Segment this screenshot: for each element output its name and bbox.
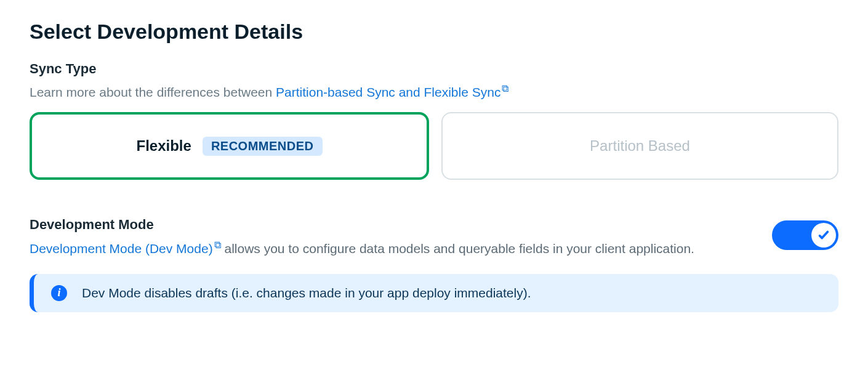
development-mode-label: Development Mode: [30, 217, 747, 233]
sync-option-flexible-label: Flexible: [137, 137, 191, 155]
info-icon: i: [51, 285, 67, 301]
dev-mode-link[interactable]: Development Mode (Dev Mode)⧉: [30, 241, 224, 256]
sync-type-label: Sync Type: [30, 61, 838, 77]
sync-learn-more-link[interactable]: Partition-based Sync and Flexible Sync⧉: [276, 85, 508, 99]
development-mode-description: Development Mode (Dev Mode)⧉ allows you …: [30, 238, 747, 259]
toggle-knob: [811, 223, 836, 248]
external-link-icon: ⧉: [502, 82, 508, 95]
sync-type-options: Flexible RECOMMENDED Partition Based: [30, 112, 838, 180]
development-mode-section: Development Mode Development Mode (Dev M…: [30, 217, 838, 259]
sync-type-helper: Learn more about the differences between…: [30, 82, 838, 101]
sync-helper-prefix: Learn more about the differences between: [30, 85, 276, 99]
info-banner: i Dev Mode disables drafts (i.e. changes…: [30, 274, 838, 312]
external-link-icon: ⧉: [214, 238, 221, 253]
info-banner-text: Dev Mode disables drafts (i.e. changes m…: [82, 286, 531, 300]
sync-type-section: Sync Type Learn more about the differenc…: [30, 61, 838, 180]
page-heading: Select Development Details: [30, 20, 838, 44]
sync-option-partition-label: Partition Based: [590, 137, 690, 155]
dev-mode-toggle[interactable]: [772, 220, 838, 250]
sync-option-flexible[interactable]: Flexible RECOMMENDED: [30, 112, 429, 180]
dev-mode-desc-tail: allows you to configure data models and …: [224, 241, 694, 256]
sync-option-partition[interactable]: Partition Based: [441, 112, 838, 180]
check-icon: [817, 228, 830, 242]
recommended-badge: RECOMMENDED: [203, 137, 323, 156]
